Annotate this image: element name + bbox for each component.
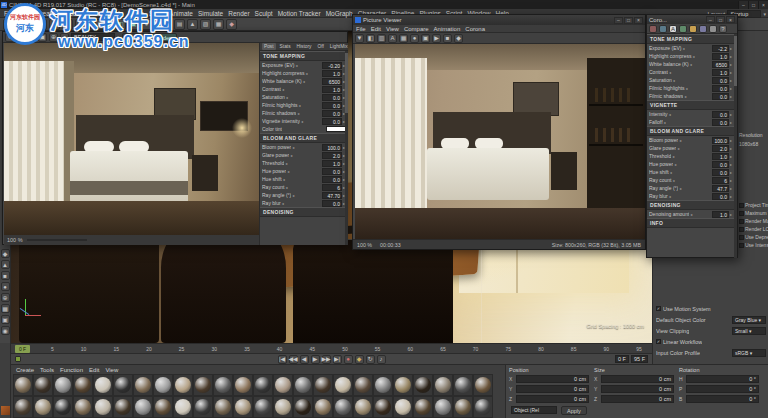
- material-swatch[interactable]: [33, 396, 53, 418]
- rv-tab-stats[interactable]: Stats: [278, 43, 293, 50]
- stepper-left-icon[interactable]: ◂: [292, 145, 294, 150]
- rv-save-icon[interactable]: ▼: [5, 33, 14, 42]
- lock-icon[interactable]: ▣: [1, 315, 10, 324]
- redo-icon[interactable]: ↷: [16, 19, 27, 30]
- maximize-button[interactable]: □: [716, 16, 725, 23]
- zoom-slider[interactable]: [27, 239, 87, 241]
- prev-frame-icon[interactable]: ◀: [300, 355, 309, 364]
- stepper-left-icon[interactable]: ◂: [679, 138, 681, 143]
- stepper-right-icon[interactable]: ▸: [730, 194, 732, 199]
- param-value-field[interactable]: 0.0: [322, 94, 342, 101]
- stepper-left-icon[interactable]: ◂: [664, 120, 666, 125]
- scrollbar[interactable]: [345, 51, 348, 245]
- pv-stop-icon[interactable]: ■: [443, 34, 452, 43]
- rv-fit-icon[interactable]: ▣: [38, 33, 47, 42]
- material-swatch[interactable]: [333, 396, 353, 418]
- checkbox[interactable]: [739, 211, 744, 216]
- material-swatch[interactable]: [53, 374, 73, 396]
- cr-stats-icon[interactable]: [679, 25, 687, 33]
- material-swatch[interactable]: [53, 396, 73, 418]
- stepper-right-icon[interactable]: ▸: [730, 138, 732, 143]
- param-value-field[interactable]: -0.20: [322, 62, 342, 69]
- minimize-button[interactable]: –: [706, 16, 715, 23]
- pv-menu-view[interactable]: View: [386, 26, 399, 32]
- material-swatch[interactable]: [113, 396, 133, 418]
- checkbox[interactable]: [739, 227, 744, 232]
- pv-play-icon[interactable]: ▶: [432, 34, 441, 43]
- autokey-icon[interactable]: ◆: [355, 355, 364, 364]
- param-value-field[interactable]: 0.0: [712, 85, 729, 92]
- menu-simulate[interactable]: Simulate: [198, 10, 223, 17]
- param-value-field[interactable]: 6: [712, 177, 729, 184]
- model-mode-icon[interactable]: ▲: [187, 19, 198, 30]
- param-value-field[interactable]: 0.0: [322, 102, 342, 109]
- record-icon[interactable]: ●: [344, 355, 353, 364]
- material-swatch[interactable]: [253, 374, 273, 396]
- material-swatch[interactable]: [293, 374, 313, 396]
- material-swatch[interactable]: [293, 396, 313, 418]
- material-swatch[interactable]: [13, 374, 33, 396]
- materials-menu-create[interactable]: Create: [16, 367, 34, 373]
- param-value-field[interactable]: 0.0: [322, 118, 342, 125]
- param-value-field[interactable]: 1.0: [322, 160, 342, 167]
- param-value-field[interactable]: 1.0: [712, 69, 729, 76]
- material-swatch[interactable]: [133, 374, 153, 396]
- checkbox[interactable]: ✓: [656, 339, 661, 344]
- material-swatch[interactable]: [233, 374, 253, 396]
- stepper-right-icon[interactable]: ▸: [730, 62, 732, 67]
- material-swatch[interactable]: [133, 396, 153, 418]
- checkbox[interactable]: [739, 243, 744, 248]
- param-value-field[interactable]: 6500: [712, 61, 729, 68]
- menu-mesh[interactable]: Mesh: [128, 10, 144, 17]
- materials-menu-tools[interactable]: Tools: [40, 367, 54, 373]
- material-swatch[interactable]: [33, 374, 53, 396]
- param-value-field[interactable]: 2.0: [712, 145, 729, 152]
- stepper-left-icon[interactable]: ◂: [670, 170, 672, 175]
- prev-key-icon[interactable]: ◀◀: [289, 355, 298, 364]
- stepper-right-icon[interactable]: ▸: [730, 112, 732, 117]
- material-swatch[interactable]: [373, 374, 393, 396]
- range-end-field[interactable]: 95 F: [631, 355, 648, 363]
- stepper-right-icon[interactable]: ▸: [730, 212, 732, 217]
- material-swatch[interactable]: [153, 396, 173, 418]
- stepper-left-icon[interactable]: ◂: [693, 54, 695, 59]
- param-value-field[interactable]: 0.0: [322, 176, 342, 183]
- material-swatch[interactable]: [173, 396, 193, 418]
- material-swatch[interactable]: [333, 374, 353, 396]
- pv-compare-icon[interactable]: ▥: [377, 34, 386, 43]
- param-value-field[interactable]: 2.0: [322, 152, 342, 159]
- new-material-icon[interactable]: ◉: [161, 19, 172, 30]
- coord-value-field[interactable]: 0 cm: [516, 385, 589, 393]
- material-swatch[interactable]: [13, 396, 33, 418]
- rv-tab-post[interactable]: Post: [262, 43, 276, 50]
- coord-value-field[interactable]: 0 cm: [516, 395, 589, 403]
- pv-ab-icon[interactable]: A: [388, 34, 397, 43]
- menu-render[interactable]: Render: [228, 10, 249, 17]
- material-swatch[interactable]: [193, 396, 213, 418]
- param-value-field[interactable]: 0.0: [322, 110, 342, 117]
- timeline-ruler[interactable]: 05101520253035404550556065707580859095 0…: [11, 343, 652, 353]
- materials-menu-view[interactable]: View: [105, 367, 118, 373]
- coord-value-field[interactable]: 0 °: [686, 385, 759, 393]
- param-value-field[interactable]: 0.0: [712, 161, 729, 168]
- stepper-right-icon[interactable]: ▸: [730, 70, 732, 75]
- menu-mograph[interactable]: MoGraph: [326, 10, 353, 17]
- param-value-field[interactable]: 0.0: [712, 111, 729, 118]
- stepper-left-icon[interactable]: ◂: [686, 86, 688, 91]
- material-swatch[interactable]: [73, 374, 93, 396]
- param-value-field[interactable]: 100.0: [712, 137, 729, 144]
- render-button[interactable]: Render: [147, 33, 177, 42]
- stepper-left-icon[interactable]: ◂: [673, 78, 675, 83]
- coord-value-field[interactable]: 0 cm: [516, 375, 589, 383]
- stepper-right-icon[interactable]: ▸: [730, 186, 732, 191]
- stepper-left-icon[interactable]: ◂: [683, 46, 685, 51]
- material-swatch[interactable]: [113, 374, 133, 396]
- play-icon[interactable]: ▶: [311, 355, 320, 364]
- param-value-field[interactable]: 1.0: [712, 153, 729, 160]
- param-value-field[interactable]: 0.0: [712, 169, 729, 176]
- stepper-left-icon[interactable]: ◂: [301, 119, 303, 124]
- material-swatch[interactable]: [453, 374, 473, 396]
- stepper-left-icon[interactable]: ◂: [286, 185, 288, 190]
- checkbox[interactable]: [739, 203, 744, 208]
- dropdown-input-color-profile[interactable]: sRGB ▾: [732, 349, 766, 357]
